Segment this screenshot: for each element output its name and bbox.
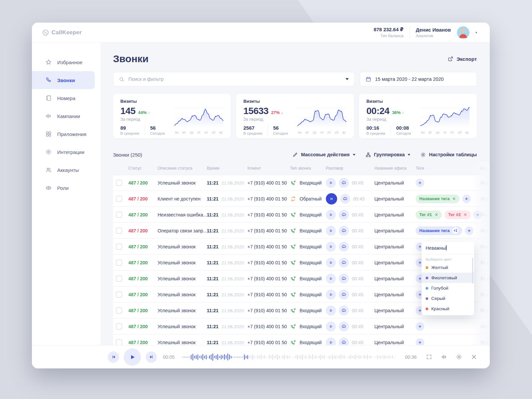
user-menu-caret-icon[interactable]: ▾ <box>475 31 477 34</box>
call-time: 11:2121.06.2020 <box>207 244 247 250</box>
download-record-button[interactable] <box>339 210 349 220</box>
call-time: 11:2121.06.2020 <box>207 276 247 282</box>
chevron-down-icon[interactable] <box>345 78 349 80</box>
status-description: Успешный звонок <box>158 260 207 265</box>
add-tag-button[interactable] <box>416 322 424 331</box>
download-record-button[interactable] <box>339 178 349 188</box>
row-checkbox[interactable] <box>116 212 122 218</box>
sidebar-item-apps[interactable]: Приложения <box>32 125 100 143</box>
sidebar-item-integrations[interactable]: Интеграции <box>32 143 100 161</box>
sidebar-item-favorites[interactable]: Избранное <box>32 53 100 71</box>
call-type-label: Входящий <box>300 340 322 345</box>
download-record-button[interactable] <box>339 322 349 332</box>
sidebar-item-numbers[interactable]: Номера <box>32 89 100 107</box>
export-button[interactable]: Экспорт <box>448 56 477 62</box>
row-checkbox[interactable] <box>116 308 122 314</box>
row-checkbox[interactable] <box>116 292 122 298</box>
download-record-button[interactable] <box>339 290 349 300</box>
tag-pill[interactable]: Тег #2 <box>445 210 471 219</box>
calendar-icon <box>365 76 371 82</box>
record-duration: 00:45 <box>352 308 363 313</box>
grouping-button[interactable]: Группировка <box>365 152 411 158</box>
call-type-label: Входящий <box>300 228 322 233</box>
search-filter-box[interactable] <box>113 72 354 86</box>
client-phone: +7 (910) 400 01 50 <box>247 340 290 345</box>
row-checkbox[interactable] <box>116 228 122 234</box>
row-checkbox[interactable] <box>116 260 122 266</box>
sidebar-item-calls[interactable]: Звонки <box>32 71 95 89</box>
skip-back-button[interactable] <box>108 351 119 363</box>
play-record-button[interactable] <box>326 242 336 252</box>
download-record-button[interactable] <box>339 242 349 252</box>
add-tag-button[interactable] <box>462 195 471 203</box>
sparkline-chart <box>297 104 346 129</box>
download-record-button[interactable] <box>339 274 349 284</box>
waveform-bar <box>294 357 295 357</box>
row-checkbox[interactable] <box>116 244 122 250</box>
download-record-button[interactable] <box>339 258 349 268</box>
row-checkbox[interactable] <box>116 276 122 282</box>
waveform-bar <box>196 355 197 359</box>
play-record-button[interactable] <box>326 337 336 345</box>
dropdown-scrollbar[interactable] <box>472 258 473 284</box>
sidebar-item-roles[interactable]: Роли <box>32 179 100 197</box>
sidebar-item-accounts[interactable]: Аккаунты <box>32 161 100 179</box>
add-tag-button[interactable] <box>416 179 424 187</box>
tag-pill[interactable]: Название тега <box>416 195 460 203</box>
waveform-bar <box>377 355 378 359</box>
play-record-button[interactable] <box>326 178 336 188</box>
avatar[interactable] <box>457 26 469 39</box>
date-range-picker[interactable]: 15 марта 2020 - 22 марта 2020 <box>360 72 477 86</box>
waveform-bar <box>340 354 341 359</box>
play-record-button[interactable] <box>326 322 336 332</box>
play-record-button[interactable] <box>326 274 336 284</box>
skip-forward-button[interactable] <box>146 351 157 363</box>
play-button[interactable] <box>124 348 141 366</box>
tag-pill[interactable]: Название тега+1 <box>416 226 462 235</box>
color-option[interactable]: Красный <box>422 304 474 314</box>
fullscreen-icon[interactable] <box>426 354 432 360</box>
play-record-button[interactable] <box>326 210 336 220</box>
table-row: 487 / 200Успешный звонок11:2121.06.2020+… <box>113 334 490 345</box>
tag-pill[interactable]: Тег #1 <box>416 210 442 219</box>
download-record-button[interactable] <box>339 306 349 316</box>
volume-icon[interactable] <box>441 354 447 360</box>
download-record-button[interactable] <box>339 337 349 345</box>
color-option[interactable]: Голубой <box>422 283 474 293</box>
add-tag-button[interactable] <box>465 226 473 235</box>
play-record-button[interactable] <box>326 258 336 268</box>
remove-tag-icon[interactable] <box>435 213 438 216</box>
play-record-button[interactable] <box>326 290 336 300</box>
waveform-bar <box>198 354 198 360</box>
row-checkbox[interactable] <box>116 196 122 202</box>
settings-icon[interactable] <box>456 354 462 360</box>
table-settings-button[interactable]: Настройки таблицы <box>420 152 477 158</box>
download-record-button[interactable] <box>340 194 350 204</box>
pause-button[interactable] <box>326 193 337 204</box>
waveform-bar <box>242 357 243 357</box>
remove-tag-icon[interactable] <box>452 197 456 200</box>
download-record-button[interactable] <box>339 226 349 236</box>
close-icon[interactable] <box>471 354 477 360</box>
office-name: Центральный <box>374 324 416 329</box>
search-input[interactable] <box>128 76 342 82</box>
color-option[interactable]: Фиолетовый <box>422 273 474 283</box>
gear-icon <box>45 149 52 155</box>
row-checkbox[interactable] <box>116 324 122 330</box>
bulk-actions-button[interactable]: Массовые действия <box>292 152 355 158</box>
tag-search-input[interactable]: Неважны <box>422 242 474 254</box>
sidebar-item-campaigns[interactable]: Кампании <box>32 107 100 125</box>
row-checkbox[interactable] <box>116 339 122 345</box>
color-option[interactable]: Серый <box>422 293 474 304</box>
status-description: Успешный звонок <box>158 276 207 281</box>
waveform[interactable] <box>183 352 397 362</box>
call-time: 11:2121.06.2020 <box>207 324 247 330</box>
color-option[interactable]: Желтый <box>422 262 474 273</box>
play-record-button[interactable] <box>326 306 336 316</box>
row-checkbox[interactable] <box>116 180 122 186</box>
remove-tag-icon[interactable] <box>464 213 467 216</box>
card-today-value: 56 <box>273 125 288 131</box>
play-record-button[interactable] <box>326 226 336 236</box>
add-tag-button[interactable] <box>416 338 424 345</box>
status-code: 487 / 200 <box>128 260 158 265</box>
